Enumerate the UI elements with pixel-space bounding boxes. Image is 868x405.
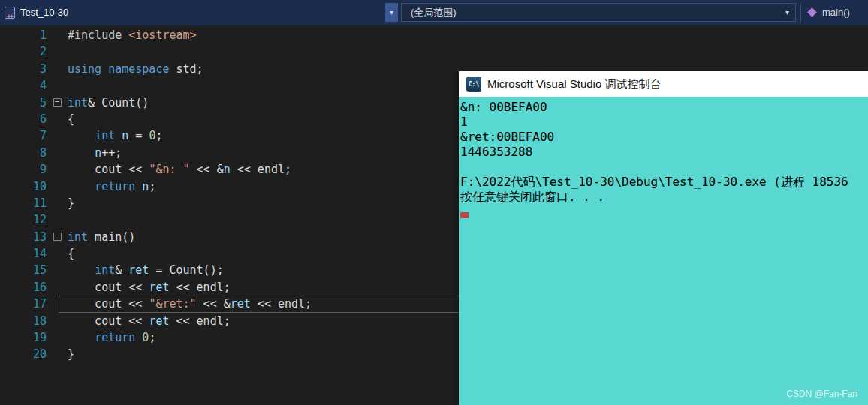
code-text: cout << "&n: " << &n << endl;	[68, 161, 291, 178]
chevron-down-icon: ▾	[390, 9, 393, 16]
document-tab-label: Test_10-30	[20, 7, 68, 18]
code-line[interactable]: 2	[0, 44, 868, 60]
line-number: 16	[0, 279, 47, 296]
console-output: &n: 00BEFA001&ret:00BEFA001446353288F:\2…	[459, 97, 868, 405]
cpp-file-icon: ++	[5, 7, 15, 19]
line-number: 4	[0, 77, 47, 94]
code-text: return 0;	[68, 329, 155, 346]
code-text: int n = 0;	[68, 128, 162, 144]
code-text: cout << ret << endl;	[68, 313, 231, 329]
code-text: int& Count()	[68, 94, 149, 111]
document-tab[interactable]: ++ Test_10-30	[0, 0, 68, 25]
console-icon: C:\	[466, 76, 481, 92]
fold-gutter	[47, 279, 68, 296]
collapse-icon[interactable]: −	[53, 232, 62, 241]
line-number: 13	[0, 229, 47, 245]
console-cursor	[460, 212, 469, 218]
line-number: 18	[0, 313, 47, 329]
line-number: 17	[0, 296, 47, 312]
method-icon	[807, 8, 817, 17]
code-text: cout << "&ret:" << &ret << endl;	[68, 296, 312, 312]
line-number: 15	[0, 262, 47, 278]
line-number: 14	[0, 245, 47, 262]
console-line: &ret:00BEFA00	[460, 130, 868, 145]
fold-gutter	[47, 296, 68, 312]
function-dropdown-label: main()	[822, 7, 850, 18]
scope-dropdown-label: (全局范围)	[411, 6, 457, 20]
console-line: 1446353288	[460, 145, 868, 160]
console-line: 1	[460, 115, 868, 130]
fold-gutter	[47, 245, 68, 262]
line-number: 5	[0, 94, 47, 111]
watermark: CSDN @Fan-Fan	[786, 388, 857, 399]
code-text: int& ret = Count();	[68, 262, 224, 278]
fold-gutter	[47, 346, 68, 362]
line-number: 2	[0, 44, 47, 60]
line-number: 20	[0, 346, 47, 362]
fold-marker[interactable]: −	[47, 229, 68, 245]
line-number: 11	[0, 195, 47, 212]
line-number: 1	[0, 27, 47, 44]
fold-gutter	[47, 262, 68, 278]
fold-gutter	[47, 329, 68, 346]
fold-gutter	[47, 195, 68, 212]
code-line[interactable]: 1#include <iostream>	[0, 27, 868, 44]
scope-dropdown[interactable]: (全局范围) ▾	[401, 3, 796, 22]
line-number: 8	[0, 145, 47, 161]
fold-gutter	[47, 161, 68, 178]
chevron-down-icon: ▾	[785, 9, 789, 16]
console-line	[460, 160, 868, 175]
navigation-bar: ++ Test_10-30 ▾ (全局范围) ▾ main()	[0, 0, 868, 26]
code-text: }	[68, 195, 74, 212]
code-text: return n;	[68, 178, 155, 195]
fold-gutter	[47, 44, 68, 60]
line-number: 7	[0, 128, 47, 144]
code-text: int main()	[68, 229, 135, 245]
line-number: 9	[0, 161, 47, 178]
line-number: 6	[0, 111, 47, 128]
console-line: F:\2022代码\Test_10-30\Debug\Test_10-30.ex…	[460, 175, 868, 190]
fold-gutter	[47, 111, 68, 128]
line-number: 10	[0, 178, 47, 195]
code-text: }	[68, 346, 74, 362]
line-number: 3	[0, 61, 47, 77]
line-number: 19	[0, 329, 47, 346]
fold-gutter	[47, 61, 68, 77]
code-text: cout << ret << endl;	[68, 279, 231, 296]
fold-gutter	[47, 313, 68, 329]
code-text: {	[68, 111, 74, 128]
fold-gutter	[47, 128, 68, 144]
code-text: #include <iostream>	[68, 27, 197, 44]
code-text: using namespace std;	[68, 61, 203, 77]
collapse-icon[interactable]: −	[53, 98, 62, 106]
console-line: &n: 00BEFA00	[460, 100, 868, 115]
line-number: 12	[0, 212, 47, 228]
fold-gutter	[47, 27, 68, 44]
function-dropdown[interactable]: main()	[800, 3, 850, 22]
fold-marker[interactable]: −	[47, 94, 68, 111]
fold-gutter	[47, 145, 68, 161]
fold-gutter	[47, 178, 68, 195]
code-text: {	[68, 245, 74, 262]
code-text: n++;	[68, 145, 122, 161]
fold-gutter	[47, 212, 68, 228]
fold-gutter	[47, 77, 68, 94]
console-line: 按任意键关闭此窗口. . .	[460, 190, 868, 205]
console-title: Microsoft Visual Studio 调试控制台	[487, 77, 661, 92]
console-lines: &n: 00BEFA001&ret:00BEFA001446353288F:\2…	[460, 100, 868, 205]
console-titlebar[interactable]: C:\ Microsoft Visual Studio 调试控制台	[459, 71, 868, 97]
document-dropdown-button[interactable]: ▾	[385, 3, 398, 22]
console-window: C:\ Microsoft Visual Studio 调试控制台 &n: 00…	[459, 71, 868, 405]
